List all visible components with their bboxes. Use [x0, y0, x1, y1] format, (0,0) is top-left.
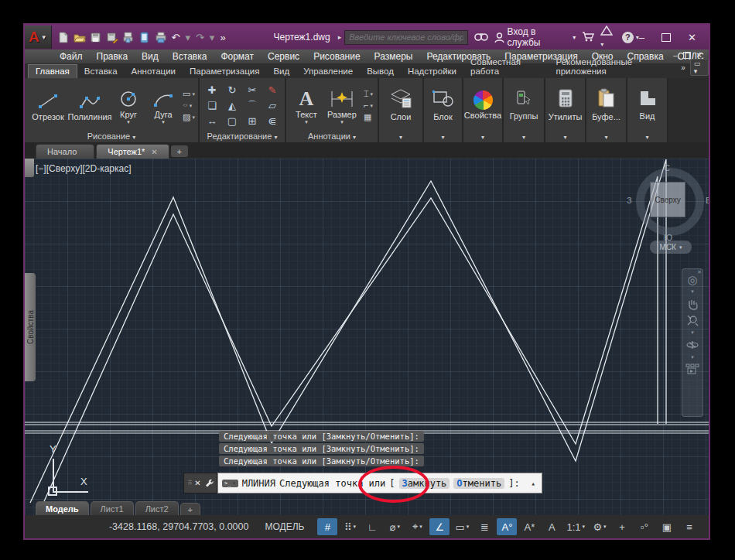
- status-toggle[interactable]: ⚙: [590, 518, 610, 535]
- new-drawing-button[interactable]: +: [171, 145, 188, 157]
- viewcube-west[interactable]: З: [627, 196, 632, 205]
- navigation-wheel-icon[interactable]: ◎: [687, 274, 697, 285]
- save-icon[interactable]: [89, 30, 103, 44]
- chevron-down-icon[interactable]: ▾: [691, 355, 694, 360]
- text-button[interactable]: A Текст ▾: [291, 87, 322, 125]
- multileader-button[interactable]: ⌶▾: [364, 89, 373, 99]
- explode-icon[interactable]: ▱: [268, 100, 276, 111]
- undo-icon[interactable]: ↶: [170, 32, 182, 43]
- status-toggle[interactable]: +: [612, 518, 632, 535]
- layers-button[interactable]: Слои: [379, 78, 422, 131]
- open-file-icon[interactable]: [73, 30, 87, 44]
- line-button[interactable]: Отрезок: [28, 90, 68, 121]
- status-toggle[interactable]: ▫°: [634, 518, 655, 535]
- pan-icon[interactable]: [686, 298, 699, 310]
- status-toggle[interactable]: ▭: [452, 518, 472, 535]
- mdi-minimize-button[interactable]: –: [673, 51, 678, 60]
- palette-corner-tab[interactable]: [25, 159, 34, 177]
- table-button[interactable]: ▦: [364, 112, 373, 122]
- polyline-button[interactable]: Полилиния: [70, 90, 110, 121]
- panel-modify-footer[interactable]: Редактирование ▾: [200, 131, 285, 142]
- panel-properties-footer[interactable]: ▾: [463, 131, 502, 142]
- tab-overflow-icon[interactable]: »: [681, 63, 685, 72]
- view-button[interactable]: Вид: [627, 78, 667, 131]
- option-close-button[interactable]: Замкнуть: [399, 478, 450, 489]
- status-toggle[interactable]: ▣: [657, 518, 677, 535]
- ribbon-tab[interactable]: Вид: [266, 65, 296, 78]
- arc-button[interactable]: Дуга ▾: [147, 87, 179, 125]
- viewport-controls[interactable]: [−][Сверху][2D-каркас]: [36, 163, 132, 174]
- app-menu-button[interactable]: A▼: [25, 26, 52, 49]
- help-button[interactable]: ?▾: [622, 32, 639, 43]
- history-expand-icon[interactable]: ▴: [532, 480, 535, 487]
- ucs-menu-button[interactable]: МСК▾: [650, 241, 692, 254]
- zoom-icon[interactable]: [686, 314, 699, 326]
- navbar-close-icon[interactable]: ✕: [697, 269, 702, 275]
- panel-clipboard-footer[interactable]: ▾: [586, 131, 626, 142]
- minimize-button[interactable]: –: [639, 32, 644, 43]
- ribbon-tab[interactable]: Вставка: [77, 65, 125, 78]
- mirror-icon[interactable]: ◭: [228, 100, 236, 111]
- panel-utilities-footer[interactable]: ▾: [545, 131, 585, 142]
- ribbon-tab[interactable]: Совместная работа: [463, 56, 549, 78]
- offset-icon[interactable]: ⋐: [268, 115, 277, 127]
- viewcube-face-top[interactable]: Сверху: [650, 182, 685, 217]
- layout-tab[interactable]: Лист2: [135, 501, 179, 515]
- ellipse-button[interactable]: ○▾: [183, 101, 195, 111]
- layout-tab[interactable]: Лист1: [91, 501, 134, 515]
- mdi-close-button[interactable]: ✕: [696, 51, 703, 60]
- leader-button[interactable]: ⌐▾: [364, 101, 373, 111]
- clipboard-button[interactable]: Буфе...: [586, 78, 626, 131]
- array-icon[interactable]: ⊞: [248, 115, 257, 127]
- sign-in-button[interactable]: Вход в службы ▾: [494, 26, 576, 48]
- undo-dropdown-icon[interactable]: ▾: [183, 32, 192, 43]
- print-icon[interactable]: [154, 30, 168, 44]
- maximize-button[interactable]: [662, 33, 671, 42]
- search-input[interactable]: [344, 30, 468, 45]
- mobile-upload-icon[interactable]: [138, 30, 152, 44]
- ribbon-tab[interactable]: Вывод: [360, 65, 401, 78]
- ribbon-tab[interactable]: Надстройки: [401, 65, 463, 78]
- trim-icon[interactable]: ✂: [248, 84, 257, 96]
- panel-draw-footer[interactable]: Рисование ▾: [25, 131, 198, 142]
- status-toggle[interactable]: А*: [519, 518, 539, 535]
- customize-wrench-icon[interactable]: [204, 478, 214, 489]
- ribbon-collapse-button[interactable]: ▭ ▾: [690, 59, 709, 76]
- status-toggle[interactable]: ⌖: [407, 518, 427, 535]
- status-toggle[interactable]: ⌀: [385, 518, 405, 535]
- copy-icon[interactable]: ❏: [207, 100, 217, 111]
- app-store-cart-icon[interactable]: [582, 31, 594, 44]
- panel-view-footer[interactable]: ▾: [627, 131, 667, 142]
- navigation-bar[interactable]: ✕ ◎ ▾ ▾ ▾: [682, 268, 703, 417]
- status-toggle[interactable]: А: [542, 518, 562, 535]
- hatch-button[interactable]: ▨▾: [183, 112, 195, 122]
- status-toggle[interactable]: А°: [497, 518, 517, 535]
- option-undo-button[interactable]: Отменить: [453, 478, 504, 489]
- status-toggle[interactable]: ∠: [429, 518, 450, 535]
- model-space-button[interactable]: МОДЕЛЬ: [258, 521, 310, 532]
- panel-block-footer[interactable]: ▾: [424, 131, 462, 142]
- panel-layers-footer[interactable]: ▾: [379, 131, 422, 142]
- plot-icon[interactable]: [121, 30, 135, 44]
- save-as-icon[interactable]: [105, 30, 119, 44]
- redo-dropdown-icon[interactable]: ▾: [208, 32, 217, 43]
- new-file-icon[interactable]: [56, 30, 70, 44]
- circle-button[interactable]: Круг ▾: [111, 87, 145, 125]
- status-toggle[interactable]: #: [317, 518, 337, 535]
- dimension-button[interactable]: Размер ▾: [323, 87, 361, 125]
- close-command-icon[interactable]: ✕: [194, 479, 200, 487]
- close-tab-icon[interactable]: ✕: [151, 148, 157, 156]
- mdi-restore-button[interactable]: [683, 52, 691, 59]
- scale-icon[interactable]: ▢: [227, 115, 237, 127]
- rotate-icon[interactable]: ↻: [228, 84, 237, 96]
- command-input-line[interactable]: >_▾ МЛИНИЯ Следующая точка или [ Замкнут…: [217, 473, 542, 493]
- utilities-button[interactable]: Утилиты: [545, 78, 585, 131]
- fillet-icon[interactable]: ⌒: [248, 99, 258, 113]
- chevron-down-icon[interactable]: ▾: [691, 330, 694, 335]
- new-layout-button[interactable]: +: [180, 503, 200, 515]
- command-dock-handle[interactable]: ⠿ ✕: [183, 473, 217, 493]
- autodesk-apps-icon[interactable]: ▾: [600, 26, 616, 49]
- properties-palette-tab[interactable]: Свойства: [25, 273, 36, 381]
- status-toggle[interactable]: ⠿: [340, 518, 360, 535]
- stretch-icon[interactable]: ↔: [207, 115, 217, 127]
